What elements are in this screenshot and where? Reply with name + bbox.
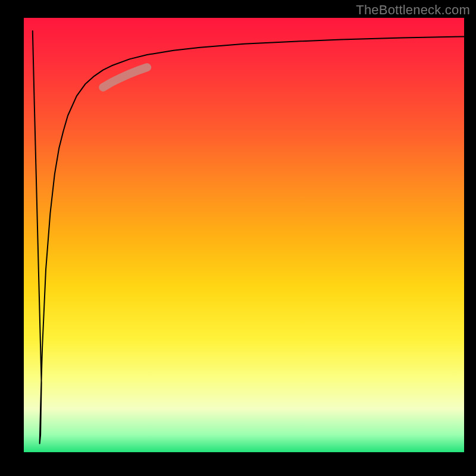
highlight-segment — [103, 67, 147, 87]
y-axis-gutter — [0, 0, 24, 476]
curve-layer — [24, 18, 464, 452]
attribution-label: TheBottleneck.com — [356, 2, 470, 18]
chart-frame: TheBottleneck.com — [0, 0, 476, 476]
x-axis-gutter — [0, 452, 476, 476]
bottleneck-curve — [33, 31, 464, 444]
